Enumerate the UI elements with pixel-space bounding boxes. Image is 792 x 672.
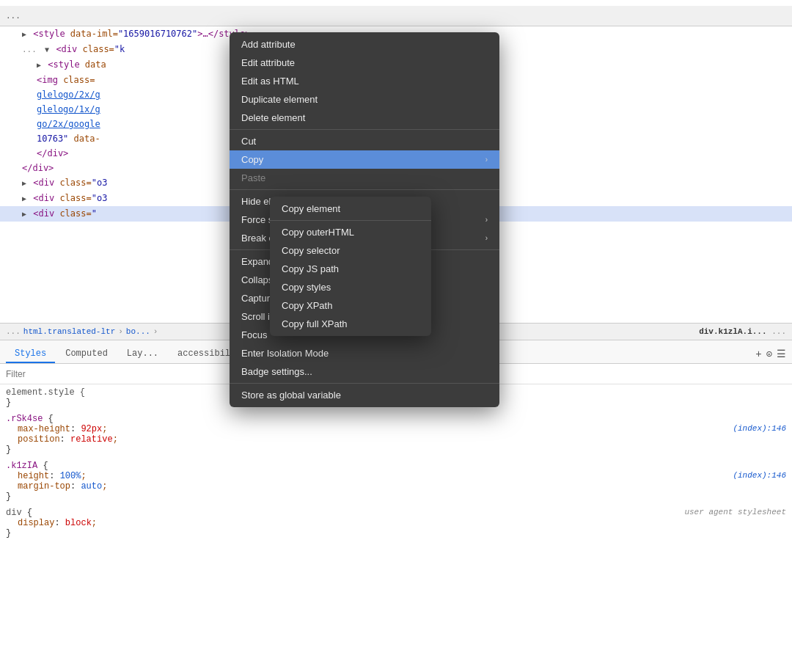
submenu-item-copy-full-xpath[interactable]: Copy full XPath xyxy=(270,315,431,333)
rule-selector: .rSk4se { xyxy=(6,414,786,424)
menu-separator-1 xyxy=(230,129,499,130)
rule-prop-margin-top: margin-top: auto; xyxy=(6,481,786,492)
inspect-icon[interactable]: ⊙ xyxy=(766,348,772,360)
submenu-item-copy-outerhtml[interactable]: Copy outerHTML xyxy=(270,223,431,241)
link[interactable]: go/2x/google xyxy=(37,119,100,129)
menu-item-copy-label: Copy xyxy=(241,154,485,165)
submenu-item-copy-element-label: Copy element xyxy=(282,203,340,214)
menu-item-duplicate-element[interactable]: Duplicate element xyxy=(230,90,499,109)
menu-item-add-attribute-label: Add attribute xyxy=(241,39,488,50)
copy-submenu: Copy element Copy outerHTML Copy selecto… xyxy=(270,197,431,336)
triangle-icon: ▶ xyxy=(22,194,26,202)
breadcrumb-item-html[interactable]: html.translated-ltr xyxy=(23,327,115,336)
submenu-item-copy-selector[interactable]: Copy selector xyxy=(270,241,431,260)
menu-item-delete-element[interactable]: Delete element xyxy=(230,109,499,127)
menu-item-paste-label: Paste xyxy=(241,172,488,183)
submenu-item-copy-outerhtml-label: Copy outerHTML xyxy=(282,227,354,238)
link[interactable]: glelogo/2x/g xyxy=(37,90,100,100)
submenu-item-copy-styles-label: Copy styles xyxy=(282,282,331,293)
submenu-item-copy-selector-label: Copy selector xyxy=(282,245,340,256)
menu-item-edit-attribute[interactable]: Edit attribute xyxy=(230,54,499,72)
rule-close: } xyxy=(6,528,786,538)
style-rule-rsk4se: .rSk4se { max-height: 92px; (index):146 … xyxy=(6,414,786,455)
rule-prop-display: display: block; xyxy=(6,518,786,528)
menu-item-edit-as-html-label: Edit as HTML xyxy=(241,76,488,87)
rule-selector: div { user agent stylesheet xyxy=(6,508,786,518)
rule-prop-maxheight: max-height: 92px; (index):146 xyxy=(6,424,786,434)
rule-prop-position: position: relative; xyxy=(6,434,786,445)
menu-item-delete-element-label: Delete element xyxy=(241,112,488,123)
breadcrumb-item-div[interactable]: div.k1zlA.i... xyxy=(699,327,766,336)
add-rule-icon[interactable]: + xyxy=(755,348,761,360)
rule-source[interactable]: (index):146 xyxy=(733,471,786,480)
menu-item-copy[interactable]: Copy › xyxy=(230,150,499,169)
menu-item-cut[interactable]: Cut xyxy=(230,132,499,150)
submenu-item-copy-xpath[interactable]: Copy XPath xyxy=(270,296,431,315)
submenu-item-copy-full-xpath-label: Copy full XPath xyxy=(282,318,348,329)
chevron-right-icon: › xyxy=(485,234,488,242)
menu-item-edit-attribute-label: Edit attribute xyxy=(241,57,488,68)
menu-item-store-global[interactable]: Store as global variable xyxy=(230,386,499,404)
menu-item-badge-settings-label: Badge settings... xyxy=(241,366,488,377)
style-rule-div: div { user agent stylesheet display: blo… xyxy=(6,508,786,538)
dots-icon: ... xyxy=(22,45,37,54)
submenu-item-copy-js-path[interactable]: Copy JS path xyxy=(270,260,431,278)
menu-item-paste[interactable]: Paste xyxy=(230,169,499,187)
menu-item-cut-label: Cut xyxy=(241,136,488,147)
tab-styles[interactable]: Styles xyxy=(6,346,55,363)
rule-close: } xyxy=(6,445,786,455)
menu-separator-4 xyxy=(230,383,499,384)
menu-separator-2 xyxy=(230,189,499,190)
breadcrumb-dots-left[interactable]: ... xyxy=(6,327,21,336)
rule-source[interactable]: (index):146 xyxy=(733,424,786,433)
tab-computed[interactable]: Computed xyxy=(56,346,117,363)
menu-item-add-attribute[interactable]: Add attribute xyxy=(230,35,499,54)
rule-close: } xyxy=(6,492,786,502)
submenu-item-copy-xpath-label: Copy XPath xyxy=(282,300,332,311)
submenu-item-copy-js-path-label: Copy JS path xyxy=(282,263,339,274)
rule-prop-height: height: 100%; (index):146 xyxy=(6,471,786,481)
menu-item-badge-settings[interactable]: Badge settings... xyxy=(230,362,499,381)
chevron-right-icon: › xyxy=(485,216,488,224)
submenu-separator-1 xyxy=(270,220,431,221)
menu-item-edit-as-html[interactable]: Edit as HTML xyxy=(230,72,499,90)
toolbar-dots[interactable]: ... xyxy=(6,11,21,21)
chevron-right-icon: › xyxy=(485,156,488,164)
menu-item-store-global-label: Store as global variable xyxy=(241,390,488,401)
link[interactable]: glelogo/1x/g xyxy=(37,104,100,114)
triangle-icon: ▶ xyxy=(22,210,26,218)
triangle-icon: ▶ xyxy=(37,61,41,69)
submenu-item-copy-styles[interactable]: Copy styles xyxy=(270,278,431,296)
menu-item-duplicate-element-label: Duplicate element xyxy=(241,94,488,105)
triangle-icon: ▶ xyxy=(22,179,26,187)
styles-content: element.style { } .rSk4se { max-height: … xyxy=(0,384,792,672)
triangle-icon: ▼ xyxy=(45,45,49,54)
rule-selector: .k1zIA { xyxy=(6,461,786,471)
style-rule-k1zia: .k1zIA { height: 100%; (index):146 margi… xyxy=(6,461,786,502)
menu-item-enter-isolation-mode[interactable]: Enter Isolation Mode xyxy=(230,344,499,362)
menu-item-enter-isolation-mode-label: Enter Isolation Mode xyxy=(241,348,488,359)
devtools-toolbar: ... xyxy=(0,6,792,26)
triangle-icon: ▶ xyxy=(22,30,26,38)
toggle-icon[interactable]: ☰ xyxy=(777,348,786,360)
styles-panel: element.style { } .rSk4se { max-height: … xyxy=(0,364,792,672)
submenu-item-copy-element[interactable]: Copy element xyxy=(270,200,431,218)
tabs-toolbar-right: + ⊙ ☰ xyxy=(755,348,786,363)
tab-layout[interactable]: Lay... xyxy=(118,346,167,363)
breadcrumb-item-bo[interactable]: bo... xyxy=(126,327,150,336)
